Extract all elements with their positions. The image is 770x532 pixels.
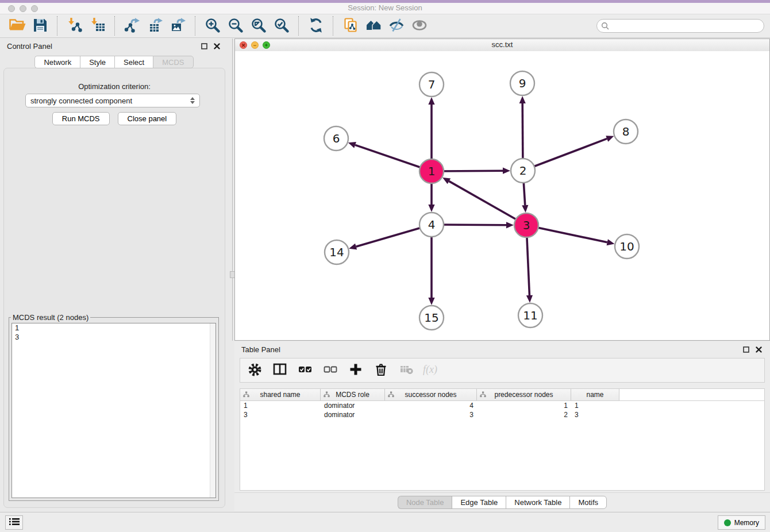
home-icon [365,17,382,35]
table-row[interactable]: 3dominator323 [240,410,764,419]
optimization-criterion-select[interactable]: strongly connected component [25,94,200,107]
show-graphics-details-button[interactable] [409,16,430,36]
edge-arrowhead [607,239,615,245]
open-button[interactable] [7,16,28,36]
export-network-icon [124,17,140,35]
mcds-result-node: 1 [12,323,215,333]
select-all-button[interactable] [297,362,314,379]
split-view-icon [273,363,287,378]
delete-column-icon [374,363,388,378]
close-panel-button[interactable]: Close panel [118,112,177,125]
column-header-name[interactable]: name [571,389,619,400]
column-header-MCDS-role[interactable]: MCDS role [321,389,385,400]
zoom-selected-icon [274,17,290,35]
edge-arrowhead [503,168,510,174]
copy-network-icon [342,17,359,35]
memory-button[interactable]: Memory [718,515,765,530]
add-column-icon [349,363,363,378]
delete-table-icon [399,363,414,378]
table-cell[interactable]: 4 [385,401,477,410]
split-view-button[interactable] [271,362,288,379]
network-canvas[interactable]: 7968124314101511 [235,51,769,340]
copy-network-button[interactable] [340,16,361,36]
column-header-predecessor-nodes[interactable]: predecessor nodes [477,389,571,400]
column-header-successor-nodes[interactable]: successor nodes [385,389,477,400]
status-bar: Memory [0,512,770,532]
graph-node-label: 3 [523,218,530,232]
edge-2-8[interactable] [523,138,607,171]
edge-arrowhead [522,205,528,213]
tab-select[interactable]: Select [114,56,153,68]
tab-edge-table[interactable]: Edge Table [452,496,506,509]
export-table-button[interactable] [145,16,165,36]
mcds-result-box: MCDS result (2 nodes) 13 [9,313,219,501]
toolbar-separator [195,16,196,36]
main-toolbar [0,14,770,38]
zoom-in-button[interactable] [202,16,223,36]
zoom-fit-button[interactable] [248,16,269,36]
edge-3-1[interactable] [449,181,526,225]
tab-network[interactable]: Network [34,56,80,68]
home-button[interactable] [363,16,384,36]
import-network-button[interactable] [64,16,85,36]
table-header-row: shared nameMCDS rolesuccessor nodesprede… [240,389,764,401]
select-stepper-icon [190,97,195,104]
delete-table-button[interactable] [398,362,415,379]
column-header-shared-name[interactable]: shared name [240,389,321,400]
export-image-button[interactable] [168,16,188,36]
table-tabs-bar: Node TableEdge TableNetwork TableMotifs [234,492,770,511]
graph-node-label: 1 [428,164,436,178]
tab-node-table[interactable]: Node Table [398,496,452,509]
import-table-button[interactable] [87,16,108,36]
save-button[interactable] [30,16,51,36]
graph-node-label: 7 [428,78,436,91]
float-table-panel-icon[interactable] [741,345,750,354]
refresh-button[interactable] [306,16,326,36]
vertical-splitter[interactable] [232,38,233,341]
mcds-result-list[interactable]: 13 [11,323,216,498]
mcds-result-node: 3 [12,333,215,342]
table-cell[interactable]: 3 [240,410,321,419]
tab-network-table[interactable]: Network Table [506,496,569,509]
edge-arrowhead [428,298,434,305]
close-table-panel-icon[interactable] [754,345,763,354]
search-input[interactable] [596,19,764,33]
export-network-button[interactable] [122,16,143,36]
edge-arrowhead [506,222,514,228]
graph-node-label: 10 [619,240,634,253]
tab-motifs[interactable]: Motifs [569,496,607,509]
graph-node-label: 2 [519,164,527,178]
table-cell[interactable]: 2 [477,410,571,419]
table-cell[interactable]: dominator [321,401,385,410]
add-column-button[interactable] [347,362,364,379]
table-cell[interactable]: 1 [477,401,571,410]
unselect-all-button[interactable] [322,362,339,379]
table-cell[interactable]: dominator [321,410,385,419]
hide-graphics-details-icon [388,17,405,35]
network-view-window: ✕ − + scc.txt 7968124314101511 [234,38,770,341]
table-cell[interactable]: 3 [385,410,477,419]
application-window: Session: New Session Control Panel Netwo… [0,0,770,532]
edge-arrowhead [428,97,434,105]
edge-arrowhead [349,244,357,250]
close-panel-icon[interactable] [212,42,221,51]
table-cell[interactable]: 1 [240,401,321,410]
tab-mcds[interactable]: MCDS [153,56,193,68]
svg-text:f(x): f(x) [423,364,437,376]
run-mcds-button[interactable]: Run MCDS [52,112,110,125]
zoom-selected-button[interactable] [271,16,292,36]
result-scrollbar[interactable] [210,323,215,498]
task-history-button[interactable] [5,515,23,530]
function-builder-button[interactable]: f(x) [423,362,440,379]
float-panel-icon[interactable] [199,42,209,51]
delete-column-button[interactable] [372,362,390,379]
gear-button[interactable] [246,362,263,379]
graph-node-label: 15 [424,311,438,325]
table-row[interactable]: 1dominator411 [240,401,764,410]
tab-style[interactable]: Style [80,56,114,68]
table-cell[interactable]: 3 [571,410,619,419]
zoom-out-button[interactable] [225,16,246,36]
gear-icon [248,363,262,379]
table-cell[interactable]: 1 [571,401,619,410]
hide-graphics-details-button[interactable] [386,16,407,36]
